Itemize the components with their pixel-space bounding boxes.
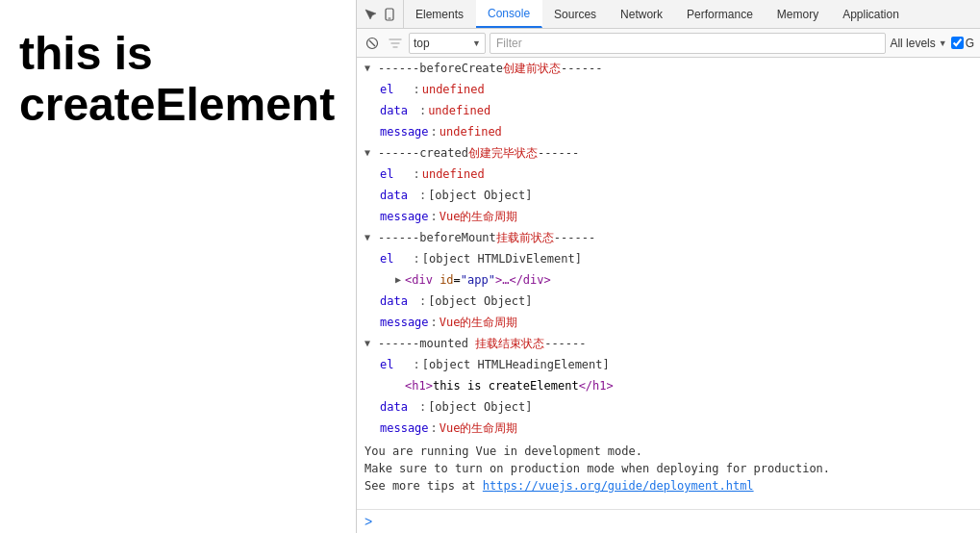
colon: : [413,81,419,98]
created-el: el : undefined [357,164,980,185]
mounted-label: ------mounted 挂载结束状态------ [378,335,587,352]
message-value: undefined [440,123,502,140]
tab-application-label: Application [842,8,899,21]
mounted-data-value: [object Object] [428,398,532,416]
preserve-log-label: G [966,37,974,50]
expand-div-icon[interactable]: ▶ [395,271,405,289]
before-create-el: el : undefined [357,79,980,100]
cursor-icon[interactable] [363,7,378,22]
mounted-message: message : Vue的生命周期 [357,418,980,439]
colon12: : [431,419,438,437]
tab-sources-label: Sources [554,8,596,21]
before-mount-message-value: Vue的生命周期 [440,314,518,331]
vue-guide-link[interactable]: https://vuejs.org/guide/deployment.html [483,479,754,493]
colon2: : [419,102,426,119]
before-mount-data-key: data [380,292,408,310]
data-key: data [380,102,408,119]
created-el-value: undefined [422,165,485,183]
svg-line-3 [369,40,375,46]
before-create-message: message : undefined [357,121,980,142]
vue-warning-block: You are running Vue in development mode.… [357,439,980,498]
before-mount-message-key: message [380,314,429,331]
vue-warning-line1: You are running Vue in development mode. [364,443,642,460]
colon11: : [419,398,426,416]
before-mount-message: message : Vue的生命周期 [357,312,980,333]
created-header: ▼ ------created创建完毕状态------ [357,142,980,164]
div-html-content: <div id="app">…</div> [405,271,551,289]
colon5: : [419,187,426,204]
devtools-tab-bar: Elements Console Sources Network Perform… [357,0,980,29]
triangle-before-mount-icon[interactable]: ▼ [364,229,374,246]
tab-elements[interactable]: Elements [404,0,476,28]
before-mount-div-expandable[interactable]: ▶ <div id="app">…</div> [357,269,980,291]
triangle-created-icon[interactable]: ▼ [364,144,374,162]
mounted-el-value: [object HTMLHeadingElement] [422,356,610,373]
h1-html-content: <h1>this is createElement</h1> [405,377,614,394]
created-data-key: data [380,187,408,204]
heading-line1: this is [19,28,153,79]
console-toolbar: top ▼ All levels ▼ G [357,29,980,58]
created-message-key: message [380,208,429,225]
context-selector-value: top [414,37,430,50]
created-message-value: Vue的生命周期 [440,208,518,225]
filter-button[interactable] [386,34,405,53]
created-data: data : [object Object] [357,185,980,206]
created-el-key: el [380,165,393,183]
colon7: : [413,250,419,267]
before-mount-el-key: el [380,250,393,267]
tab-network-label: Network [620,8,663,21]
vue-warning-line3: See more tips at https://vuejs.org/guide… [364,477,754,495]
devtools-panel: Elements Console Sources Network Perform… [356,0,980,533]
heading-line2: createElement [19,79,335,130]
colon3: : [431,123,438,140]
before-mount-data: data : [object Object] [357,291,980,312]
tab-application[interactable]: Application [831,0,912,28]
svg-rect-1 [389,17,391,18]
mounted-data-key: data [380,398,408,416]
preserve-log-checkbox[interactable] [951,37,964,49]
console-output[interactable]: ▼ ------beforeCreate创建前状态------ el : und… [357,58,980,509]
console-prompt-bar: > [357,509,980,533]
log-levels-label: All levels [890,37,935,50]
tab-sources[interactable]: Sources [542,0,609,28]
before-mount-el-value: [object HTMLDivElement] [422,250,582,267]
prompt-arrow-icon: > [364,514,372,529]
before-mount-el: el : [object HTMLDivElement] [357,248,980,269]
context-selector-arrow: ▼ [472,38,481,48]
log-levels-dropdown[interactable]: All levels ▼ [890,37,946,50]
tab-performance-label: Performance [687,8,753,21]
mounted-message-key: message [380,419,429,437]
page-content: this is createElement [0,0,356,533]
created-label: ------created创建完毕状态------ [378,144,579,162]
before-mount-header: ▼ ------beforeMount挂载前状态------ [357,227,980,248]
clear-console-button[interactable] [363,34,382,53]
preserve-log-checkbox-container[interactable]: G [951,37,974,50]
tab-console-label: Console [488,7,530,20]
mounted-el-key: el [380,356,393,373]
mounted-el: el : [object HTMLHeadingElement] [357,354,980,375]
before-create-header: ▼ ------beforeCreate创建前状态------ [357,58,980,79]
tab-network[interactable]: Network [609,0,675,28]
tab-performance[interactable]: Performance [675,0,766,28]
context-selector[interactable]: top ▼ [409,33,486,54]
colon4: : [413,165,419,183]
triangle-mounted-icon[interactable]: ▼ [364,335,374,352]
vue-warning-line2: Make sure to turn on production mode whe… [364,460,830,477]
message-key: message [380,123,429,140]
created-data-value: [object Object] [428,187,532,204]
mounted-header: ▼ ------mounted 挂载结束状态------ [357,333,980,354]
mounted-message-value: Vue的生命周期 [440,419,518,437]
before-create-data: data : undefined [357,100,980,121]
log-levels-arrow: ▼ [939,38,947,48]
before-mount-data-value: [object Object] [428,292,532,310]
data-value: undefined [428,102,490,119]
created-message: message : Vue的生命周期 [357,206,980,227]
triangle-icon[interactable]: ▼ [364,60,374,77]
colon10: : [413,356,419,373]
mounted-h1-content: <h1>this is createElement</h1> [357,375,980,396]
tab-memory[interactable]: Memory [766,0,831,28]
tab-memory-label: Memory [777,8,818,21]
tab-console[interactable]: Console [476,0,542,28]
mobile-icon[interactable] [382,7,397,22]
console-filter-input[interactable] [490,33,886,54]
